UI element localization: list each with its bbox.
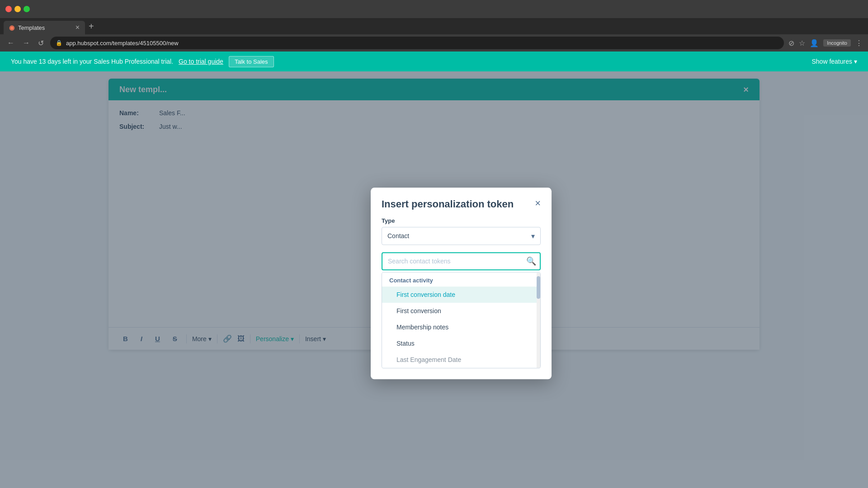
token-list: Contact activity First conversion date F… bbox=[382, 272, 541, 369]
token-item-first-conversion[interactable]: First conversion bbox=[382, 303, 540, 319]
personalization-token-modal: Insert personalization token × Type Cont… bbox=[371, 188, 552, 379]
tab-bar: ◉ Templates × + bbox=[0, 18, 868, 34]
forward-btn[interactable]: → bbox=[21, 37, 32, 49]
modal-header: Insert personalization token × bbox=[371, 188, 552, 217]
window-controls bbox=[5, 6, 30, 12]
search-icon[interactable]: 🔍 bbox=[526, 257, 536, 267]
type-value: Contact bbox=[387, 233, 409, 240]
modal-body: Type Contact ▾ 🔍 Contact activity First … bbox=[371, 218, 552, 380]
lock-icon: 🔒 bbox=[56, 40, 62, 46]
star-icon[interactable]: ☆ bbox=[799, 39, 805, 47]
tab-title: Templates bbox=[18, 24, 45, 31]
window-min-btn[interactable] bbox=[14, 6, 21, 12]
address-bar[interactable]: 🔒 app.hubspot.com/templates/45105500/new bbox=[50, 37, 784, 49]
browser-actions: ⊘ ☆ 👤 Incognito ⋮ bbox=[788, 39, 863, 47]
chevron-down-icon: ▾ bbox=[854, 58, 857, 65]
url-text: app.hubspot.com/templates/45105500/new bbox=[66, 40, 179, 47]
menu-icon[interactable]: ⋮ bbox=[855, 39, 863, 47]
modal-title: Insert personalization token bbox=[382, 198, 514, 210]
show-features-btn[interactable]: Show features ▾ bbox=[812, 58, 858, 65]
search-container: 🔍 bbox=[382, 253, 541, 271]
token-item-status[interactable]: Status bbox=[382, 336, 540, 352]
type-dropdown[interactable]: Contact ▾ bbox=[382, 227, 541, 245]
tab-close-btn[interactable]: × bbox=[75, 23, 80, 32]
main-content: New templ... × Name: Sales F... Subject:… bbox=[0, 71, 868, 488]
scrollbar-track bbox=[537, 273, 540, 368]
profile-icon[interactable]: 👤 bbox=[810, 39, 819, 47]
token-list-inner: Contact activity First conversion date F… bbox=[382, 273, 540, 368]
token-item-membership-notes[interactable]: Membership notes bbox=[382, 319, 540, 336]
token-group-header: Contact activity bbox=[382, 273, 540, 287]
window-close-btn[interactable] bbox=[5, 6, 12, 12]
camera-icon: ⊘ bbox=[788, 39, 794, 47]
talk-to-sales-btn[interactable]: Talk to Sales bbox=[229, 56, 274, 67]
hubspot-tab-icon: ◉ bbox=[9, 24, 14, 31]
search-input[interactable] bbox=[382, 253, 541, 271]
tab-templates[interactable]: ◉ Templates × bbox=[4, 21, 85, 34]
new-tab-btn[interactable]: + bbox=[85, 21, 98, 32]
trial-banner: You have 13 days left in your Sales Hub … bbox=[0, 52, 868, 71]
app-container: You have 13 days left in your Sales Hub … bbox=[0, 52, 868, 488]
type-label: Type bbox=[382, 218, 541, 225]
modal-close-btn[interactable]: × bbox=[535, 198, 541, 208]
type-form-group: Type Contact ▾ bbox=[382, 218, 541, 245]
trial-guide-link[interactable]: Go to trial guide bbox=[179, 58, 223, 65]
type-chevron-icon: ▾ bbox=[531, 232, 535, 240]
browser-chrome bbox=[0, 0, 868, 18]
scrollbar-thumb[interactable] bbox=[537, 277, 540, 299]
address-bar-row: ← → ↺ 🔒 app.hubspot.com/templates/451055… bbox=[0, 34, 868, 52]
token-item-first-conversion-date[interactable]: First conversion date bbox=[382, 287, 540, 303]
incognito-badge: Incognito bbox=[823, 39, 851, 47]
back-btn[interactable]: ← bbox=[5, 37, 16, 49]
window-max-btn[interactable] bbox=[24, 6, 30, 12]
trial-message: You have 13 days left in your Sales Hub … bbox=[11, 58, 173, 65]
refresh-btn[interactable]: ↺ bbox=[36, 37, 46, 49]
token-item-last-engagement-date[interactable]: Last Engagement Date bbox=[382, 352, 540, 368]
